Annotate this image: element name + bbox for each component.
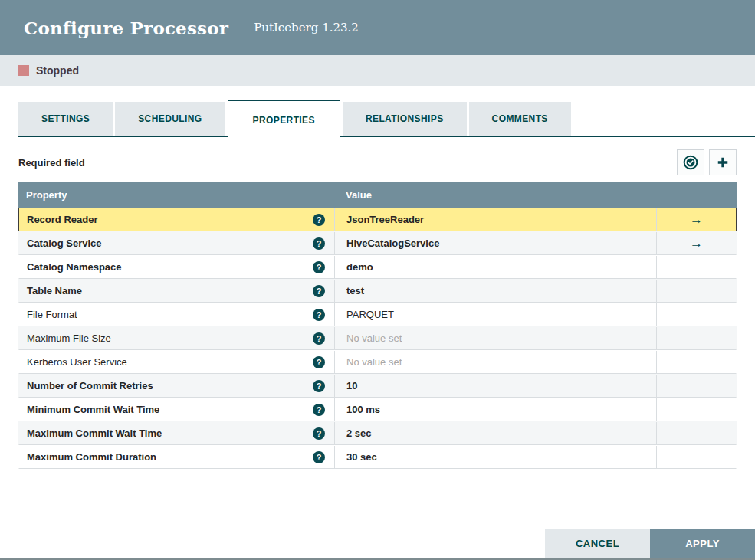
add-property-button[interactable] — [709, 149, 737, 175]
title-divider — [241, 18, 241, 38]
help-icon[interactable]: ? — [313, 285, 325, 297]
table-row[interactable]: Catalog Service ? HiveCatalogService → — [18, 231, 737, 255]
cancel-button[interactable]: CANCEL — [545, 529, 650, 558]
help-icon[interactable]: ? — [313, 404, 325, 416]
apply-button[interactable]: APPLY — [650, 529, 755, 558]
property-name: File Format — [27, 309, 77, 320]
toolbar-actions — [672, 149, 737, 175]
property-value[interactable]: demo — [346, 261, 373, 273]
processor-type-version: PutIceberg 1.23.2 — [254, 21, 359, 34]
property-value[interactable]: HiveCatalogService — [346, 237, 439, 249]
property-name: Catalog Service — [27, 237, 102, 249]
property-value[interactable]: No value set — [346, 356, 402, 368]
status-bar: Stopped — [0, 55, 755, 86]
help-icon[interactable]: ? — [313, 427, 325, 440]
tab-settings[interactable]: SETTINGS — [18, 102, 113, 136]
property-value[interactable]: No value set — [346, 332, 402, 344]
property-value[interactable]: PARQUET — [346, 309, 394, 320]
table-row[interactable]: Catalog Namespace ? demo → — [18, 255, 737, 279]
property-name: Minimum Commit Wait Time — [27, 404, 159, 415]
dialog-footer: CANCEL APPLY — [545, 529, 755, 558]
property-name: Maximum Commit Wait Time — [27, 427, 162, 439]
column-header-value: Value — [334, 189, 658, 201]
plus-icon — [715, 155, 730, 170]
dialog-header: Configure Processor PutIceberg 1.23.2 — [0, 0, 755, 55]
tab-relationships[interactable]: RELATIONSHIPS — [343, 102, 467, 136]
property-name: Maximum File Size — [27, 332, 111, 344]
required-field-hint: Required field — [18, 157, 85, 169]
properties-table: Property Value Record Reader ? JsonTreeR… — [18, 182, 737, 469]
table-row[interactable]: Maximum File Size ? No value set → — [18, 326, 737, 350]
tab-scheduling[interactable]: SCHEDULING — [115, 102, 225, 136]
property-name: Catalog Namespace — [27, 261, 122, 273]
property-name: Record Reader — [27, 214, 97, 225]
help-icon[interactable]: ? — [313, 309, 325, 321]
properties-table-body: Record Reader ? JsonTreeReader → Catalog… — [18, 208, 737, 469]
help-icon[interactable]: ? — [313, 261, 325, 273]
property-value[interactable]: test — [346, 285, 364, 296]
status-label: Stopped — [36, 64, 79, 77]
property-value[interactable]: 2 sec — [346, 427, 372, 439]
table-row[interactable]: Minimum Commit Wait Time ? 100 ms → — [18, 398, 737, 421]
table-row[interactable]: Record Reader ? JsonTreeReader → — [18, 208, 737, 231]
tab-properties[interactable]: PROPERTIES — [228, 100, 340, 139]
check-circle-icon — [683, 155, 698, 170]
table-header-row: Property Value — [18, 182, 737, 208]
table-row[interactable]: Maximum Commit Duration ? 30 sec → — [18, 445, 737, 469]
table-row[interactable]: Kerberos User Service ? No value set → — [18, 350, 737, 374]
property-value[interactable]: 100 ms — [346, 404, 380, 415]
property-name: Kerberos User Service — [27, 356, 127, 368]
tab-bar: SETTINGSSCHEDULINGPROPERTIESRELATIONSHIP… — [0, 100, 755, 139]
go-to-service-arrow-icon[interactable]: → — [690, 237, 703, 250]
property-value[interactable]: 30 sec — [346, 451, 377, 463]
property-value[interactable]: JsonTreeReader — [346, 214, 424, 225]
help-icon[interactable]: ? — [313, 380, 325, 392]
help-icon[interactable]: ? — [313, 451, 325, 463]
help-icon[interactable]: ? — [313, 332, 325, 345]
help-icon[interactable]: ? — [313, 214, 325, 226]
table-row[interactable]: Table Name ? test → — [18, 279, 737, 303]
dialog-title: Configure Processor — [24, 18, 228, 38]
property-value[interactable]: 10 — [346, 380, 357, 391]
column-header-property: Property — [18, 189, 334, 201]
verify-properties-button[interactable] — [677, 149, 704, 175]
table-row[interactable]: Maximum Commit Wait Time ? 2 sec → — [18, 421, 737, 445]
table-row[interactable]: File Format ? PARQUET → — [18, 303, 737, 326]
property-name: Maximum Commit Duration — [27, 451, 156, 463]
tab-comments[interactable]: COMMENTS — [469, 102, 571, 136]
stopped-status-icon — [18, 65, 29, 76]
properties-toolbar: Required field — [18, 149, 737, 175]
go-to-service-arrow-icon[interactable]: → — [690, 213, 703, 226]
property-name: Table Name — [27, 285, 82, 296]
help-icon[interactable]: ? — [313, 356, 325, 368]
table-row[interactable]: Number of Commit Retries ? 10 → — [18, 374, 737, 398]
property-name: Number of Commit Retries — [27, 380, 153, 391]
help-icon[interactable]: ? — [313, 237, 325, 250]
